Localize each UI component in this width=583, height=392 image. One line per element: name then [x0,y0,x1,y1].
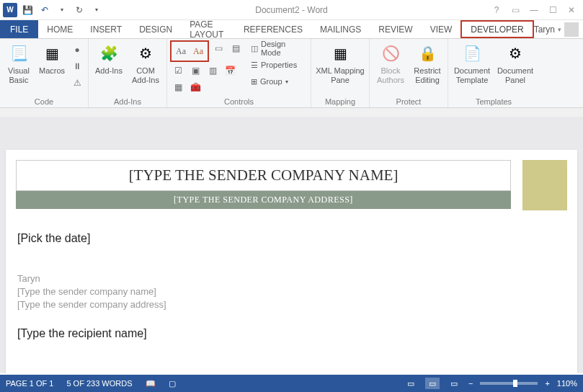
user-name-label[interactable]: Taryn [534,24,555,35]
tab-page-layout[interactable]: PAGE LAYOUT [181,20,235,38]
zoom-slider[interactable] [480,382,538,385]
tab-review[interactable]: REVIEW [370,20,421,38]
text-controls-highlight: Aa Aa [170,40,209,62]
plain-text-control-icon[interactable]: Aa [190,43,206,59]
tab-design[interactable]: DESIGN [130,20,181,38]
checkbox-control-icon[interactable]: ☑ [170,63,186,79]
design-mode-icon: ◫ [251,44,258,53]
record-macro-icon[interactable]: ● [69,42,85,58]
undo-dropdown-icon[interactable]: ▾ [55,3,69,17]
tab-references[interactable]: REFERENCES [235,20,311,38]
dropdown-control-icon[interactable]: ▥ [205,63,221,79]
avatar[interactable] [564,22,579,37]
user-dropdown-icon[interactable]: ▾ [558,26,561,33]
word-count-label[interactable]: 5 OF 233 WORDS [66,379,132,388]
qat-customize-icon[interactable]: ▾ [89,3,104,17]
pause-recording-icon[interactable]: ⏸ [69,58,85,74]
sender-company-control[interactable]: [TYPE THE SENDER COMPANY NAME] [16,160,511,191]
group-templates: 📄 Document Template ⚙ Document Panel Tem… [448,39,539,107]
redo-icon[interactable]: ↻ [72,3,86,17]
properties-icon: ☰ [251,61,258,70]
group-button[interactable]: ⊞ Group ▾ [248,74,308,89]
ribbon-display-icon[interactable]: ▭ [507,3,524,17]
combobox-control-icon[interactable]: ▣ [187,63,203,79]
document-template-icon: 📄 [460,42,484,65]
sender-address-control[interactable]: [TYPE THE SENDER COMPANY ADDRESS] [16,191,511,209]
tab-mailings[interactable]: MAILINGS [311,20,370,38]
group-label-code: Code [3,96,85,107]
help-icon[interactable]: ? [488,3,505,17]
minimize-icon[interactable]: — [525,3,543,17]
block-authors-button[interactable]: 🚫 Block Authors [373,40,409,85]
legacy-tools-icon[interactable]: 🧰 [187,79,203,95]
user-area: Taryn ▾ [534,20,583,38]
address-line[interactable]: [Type the sender company address] [17,298,566,311]
visual-basic-icon: 📃 [7,42,30,65]
status-bar: PAGE 1 OF 1 5 OF 233 WORDS 📖 ▢ ▭ ▭ ▭ − +… [0,375,583,392]
restrict-editing-icon: 🔒 [416,42,439,65]
zoom-out-icon[interactable]: − [468,379,473,388]
ruler[interactable] [0,108,583,117]
group-mapping: ▦ XML Mapping Pane Mapping [311,39,370,107]
undo-icon[interactable]: ↶ [37,3,52,17]
xml-mapping-icon: ▦ [329,42,352,65]
web-layout-icon[interactable]: ▭ [447,378,461,389]
save-icon[interactable]: 💾 [20,3,35,17]
close-icon[interactable]: ✕ [563,3,580,17]
rich-text-control-icon[interactable]: Aa [173,43,189,59]
ribbon: 📃 Visual Basic ▦ Macros ● ⏸ ⚠ Code 🧩 Add… [0,39,583,108]
group-label-protect: Protect [373,96,445,107]
zoom-in-icon[interactable]: + [545,379,549,388]
group-code: 📃 Visual Basic ▦ Macros ● ⏸ ⚠ Code [0,39,89,107]
read-mode-icon[interactable]: ▭ [404,378,418,389]
macros-button[interactable]: ▦ Macros [36,40,68,76]
tab-insert[interactable]: INSERT [81,20,130,38]
repeating-section-icon[interactable]: ▦ [170,79,186,95]
macro-security-icon[interactable]: ⚠ [69,75,85,91]
header-side-block [522,160,567,210]
recipient-name-control[interactable]: [Type the recipient name] [17,327,566,340]
tab-view[interactable]: VIEW [422,20,461,38]
properties-button[interactable]: ☰ Properties [248,57,308,73]
macro-record-status-icon[interactable]: ▢ [169,379,176,388]
document-panel-button[interactable]: ⚙ Document Panel [494,40,536,85]
xml-mapping-pane-button[interactable]: ▦ XML Mapping Pane [314,40,366,85]
author-line[interactable]: Taryn [17,272,566,285]
quick-access-toolbar: W 💾 ↶ ▾ ↻ ▾ [0,3,104,17]
group-label-addins: Add-Ins [92,96,164,107]
tab-developer[interactable]: DEVELOPER [460,20,533,38]
building-block-control-icon[interactable]: ▤ [228,40,244,56]
document-panel-icon: ⚙ [504,42,527,65]
group-label-templates: Templates [451,96,536,107]
group-controls: Aa Aa ▭ ▤ ☑ ▣ ▥ 📅 ▦ 🧰 [167,39,311,107]
maximize-icon[interactable]: ☐ [544,3,561,17]
group-label-controls: Controls [170,96,308,107]
title-bar: W 💾 ↶ ▾ ↻ ▾ Document2 - Word ? ▭ — ☐ ✕ [0,0,583,20]
company-line[interactable]: [Type the sender company name] [17,285,566,298]
zoom-level-label[interactable]: 110% [557,379,577,388]
document-area[interactable]: [TYPE THE SENDER COMPANY NAME] [TYPE THE… [0,117,583,373]
datepicker-control-icon[interactable]: 📅 [222,63,238,79]
addins-button[interactable]: 🧩 Add-Ins [92,40,126,76]
spelling-icon[interactable]: 📖 [146,379,156,388]
com-addins-button[interactable]: ⚙ COM Add-Ins [128,40,164,85]
group-label-mapping: Mapping [314,96,366,107]
document-page[interactable]: [TYPE THE SENDER COMPANY NAME] [TYPE THE… [6,150,577,373]
design-mode-button[interactable]: ◫ Design Mode [248,40,308,56]
chevron-down-icon: ▾ [285,79,288,85]
file-tab[interactable]: FILE [0,20,38,38]
block-authors-icon: 🚫 [379,42,402,65]
window-controls: ? ▭ — ☐ ✕ [488,3,580,17]
restrict-editing-button[interactable]: 🔒 Restrict Editing [410,40,445,85]
ribbon-tabs: FILE HOME INSERT DESIGN PAGE LAYOUT REFE… [0,20,583,39]
print-layout-icon[interactable]: ▭ [425,378,440,389]
com-addins-icon: ⚙ [134,42,157,65]
visual-basic-button[interactable]: 📃 Visual Basic [3,40,35,85]
word-app-icon[interactable]: W [3,3,17,17]
group-addins: 🧩 Add-Ins ⚙ COM Add-Ins Add-Ins [89,39,167,107]
date-picker-control[interactable]: [Pick the date] [17,232,566,245]
page-count-label[interactable]: PAGE 1 OF 1 [6,379,53,388]
tab-home[interactable]: HOME [38,20,81,38]
document-template-button[interactable]: 📄 Document Template [451,40,493,85]
picture-control-icon[interactable]: ▭ [210,40,226,56]
